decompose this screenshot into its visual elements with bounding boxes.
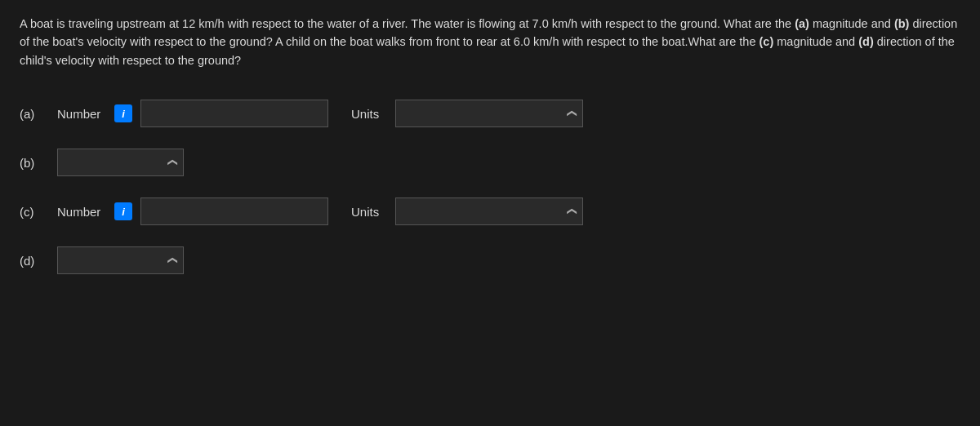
answer-rows: (a) Number i Units km/h m/s mph (b) Upst… [20,92,960,282]
label-c: (c) [20,205,49,219]
number-input-c[interactable] [140,197,328,225]
question-text: A boat is traveling upstream at 12 km/h … [20,15,960,69]
label-b: (b) [20,156,49,170]
units-label-c: Units [351,205,387,219]
label-d: (d) [20,254,49,268]
direction-select-wrapper-b: Upstream Downstream North South [57,149,184,176]
row-c: (c) Number i Units km/h m/s mph [20,190,960,233]
direction-select-b[interactable]: Upstream Downstream North South [57,149,184,176]
units-label-a: Units [351,107,387,121]
page-container: A boat is traveling upstream at 12 km/h … [0,0,980,426]
units-select-wrapper-c: km/h m/s mph [395,197,583,225]
row-b: (b) Upstream Downstream North South [20,141,960,184]
info-button-a[interactable]: i [114,104,132,122]
units-select-wrapper-a: km/h m/s mph [395,100,583,127]
units-select-a[interactable]: km/h m/s mph [395,100,583,127]
row-a: (a) Number i Units km/h m/s mph [20,92,960,135]
units-select-c[interactable]: km/h m/s mph [395,197,583,225]
direction-select-d[interactable]: Upstream Downstream North South [57,246,184,274]
info-button-c[interactable]: i [114,202,132,220]
direction-select-wrapper-d: Upstream Downstream North South [57,246,184,274]
label-number-a: Number [57,107,106,121]
row-d: (d) Upstream Downstream North South [20,239,960,282]
label-a: (a) [20,107,49,121]
number-input-a[interactable] [140,100,328,127]
label-number-c: Number [57,205,106,219]
